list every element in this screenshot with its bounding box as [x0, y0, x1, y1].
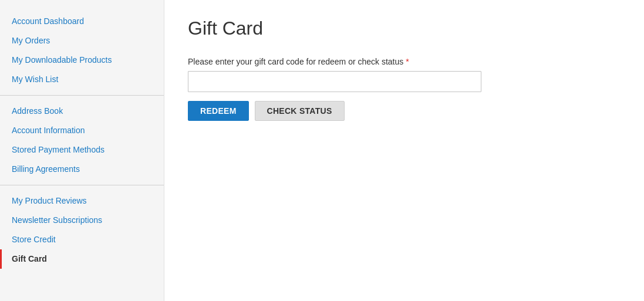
check-status-button[interactable]: Check status — [255, 101, 345, 121]
gift-card-label: Please enter your gift card code for red… — [188, 57, 621, 66]
button-group: Redeem Check status — [188, 101, 621, 121]
main-content: Gift Card Please enter your gift card co… — [164, 0, 644, 301]
sidebar-item-gift-card[interactable]: Gift Card — [0, 249, 164, 269]
required-star: * — [406, 57, 409, 66]
sidebar-item-newsletter-subscriptions[interactable]: Newsletter Subscriptions — [0, 211, 164, 230]
gift-card-input[interactable] — [188, 71, 481, 92]
sidebar-item-stored-payment-methods[interactable]: Stored Payment Methods — [0, 140, 164, 160]
sidebar-item-my-product-reviews[interactable]: My Product Reviews — [0, 191, 164, 211]
page-title: Gift Card — [188, 18, 621, 39]
sidebar-item-my-orders[interactable]: My Orders — [0, 31, 164, 50]
sidebar-item-account-dashboard[interactable]: Account Dashboard — [0, 12, 164, 31]
sidebar: Account DashboardMy OrdersMy Downloadabl… — [0, 0, 164, 301]
sidebar-item-account-information[interactable]: Account Information — [0, 121, 164, 140]
gift-card-form: Please enter your gift card code for red… — [188, 57, 621, 121]
sidebar-item-address-book[interactable]: Address Book — [0, 102, 164, 121]
sidebar-item-billing-agreements[interactable]: Billing Agreements — [0, 160, 164, 179]
sidebar-item-my-wish-list[interactable]: My Wish List — [0, 70, 164, 89]
sidebar-group-group-main: Account DashboardMy OrdersMy Downloadabl… — [0, 12, 164, 96]
sidebar-group-group-account: Address BookAccount InformationStored Pa… — [0, 102, 164, 185]
sidebar-item-my-downloadable-products[interactable]: My Downloadable Products — [0, 50, 164, 70]
sidebar-item-store-credit[interactable]: Store Credit — [0, 230, 164, 249]
sidebar-group-group-misc: My Product ReviewsNewsletter Subscriptio… — [0, 191, 164, 275]
redeem-button[interactable]: Redeem — [188, 101, 249, 121]
